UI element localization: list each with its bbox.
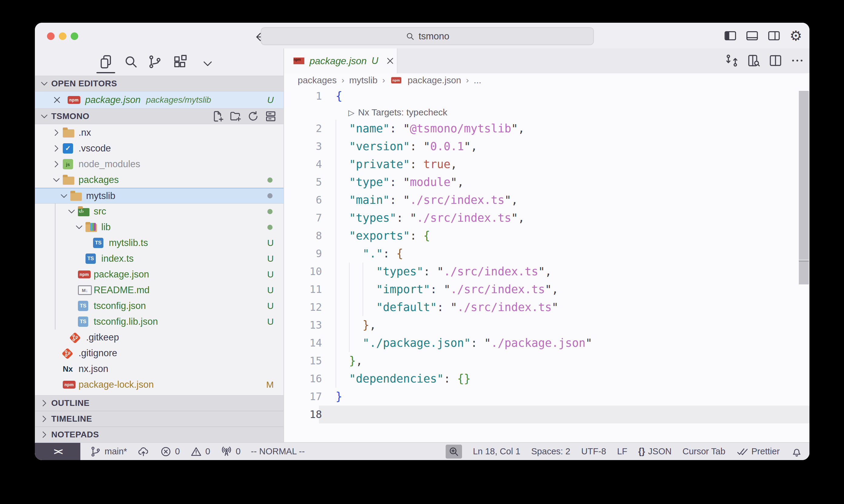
tree-item-label: .gitignore <box>79 348 117 359</box>
open-editor-filename: package.json <box>85 94 141 105</box>
chevron-down-icon[interactable] <box>65 206 78 217</box>
tree-item-tsconfig-lib-json[interactable]: TStsconfig.lib.jsonU <box>35 314 283 329</box>
code-text: "name": "@tsmono/mytslib", <box>335 120 525 138</box>
minimize-window-button[interactable] <box>59 32 66 40</box>
breadcrumb-item[interactable]: ... <box>474 75 481 85</box>
tree-item--nx[interactable]: .nx <box>35 125 283 141</box>
tree-item-package-lock-json[interactable]: npmpackage-lock.jsonM <box>35 377 283 393</box>
tree-item-node-modules[interactable]: jsnode_modules <box>35 156 283 172</box>
tree-item-tsconfig-json[interactable]: TStsconfig.jsonU <box>35 298 283 314</box>
chevron-right-icon[interactable] <box>50 143 63 154</box>
status-item-warning[interactable]: 0 <box>190 446 210 458</box>
close-icon[interactable] <box>385 56 395 66</box>
section-header-outline[interactable]: OUTLINE <box>35 395 283 411</box>
tree-item--gitkeep[interactable]: .gitkeep <box>35 329 283 345</box>
current-line-highlight <box>319 406 809 424</box>
tree-item-mytslib-ts[interactable]: TSmytslib.tsU <box>35 235 283 251</box>
tree-item-nx-json[interactable]: Nxnx.json <box>35 361 283 377</box>
tree-item--vscode[interactable]: ✓.vscode <box>35 141 283 156</box>
code-line-4: 4 "private": true, <box>284 156 809 173</box>
chevron-right-icon[interactable] <box>50 159 63 169</box>
command-center-search[interactable]: tsmono <box>261 27 594 45</box>
open-preview-icon[interactable] <box>746 53 761 68</box>
open-editor-item[interactable]: npm package.json packages/mytslib U <box>35 91 283 108</box>
chevron-down-icon[interactable] <box>73 222 86 232</box>
title-bar: tsmono ⚙ <box>35 23 809 49</box>
git-status-badge: U <box>267 301 274 311</box>
status-item[interactable]: Cursor Tab <box>683 447 725 456</box>
editor-scrollbar[interactable] <box>799 91 809 260</box>
more-actions-icon[interactable] <box>790 53 805 68</box>
status-item-zoom-in[interactable] <box>446 445 462 458</box>
settings-gear-icon[interactable]: ⚙ <box>789 29 803 43</box>
tree-item--gitignore[interactable]: .gitignore <box>35 345 283 361</box>
files-icon[interactable] <box>98 54 114 70</box>
status-item[interactable]: Ln 18, Col 1 <box>473 447 520 456</box>
chevron-down-icon[interactable] <box>201 56 214 71</box>
status-item-branch[interactable]: main* <box>89 446 127 458</box>
open-editors-section-header[interactable]: OPEN EDITORS <box>35 76 283 91</box>
chevron-spacer <box>57 332 70 343</box>
tab-package-json[interactable]: npm package.json U <box>284 49 397 73</box>
search-icon[interactable] <box>123 54 139 70</box>
remote-indicator[interactable]: >< <box>35 443 80 460</box>
tree-item-mytslib[interactable]: mytslib <box>35 188 283 203</box>
status-item[interactable]: LF <box>617 447 627 456</box>
refresh-icon[interactable] <box>246 110 260 123</box>
codelens-nx-targets[interactable]: ▷Nx Targets: typecheck <box>348 105 447 120</box>
status-item[interactable]: Spaces: 2 <box>531 447 570 456</box>
explorer-actions <box>211 110 277 123</box>
npm-icon: npm <box>68 96 80 104</box>
breadcrumb-item[interactable]: packages <box>298 75 337 85</box>
status-item-error[interactable]: 0 <box>160 446 180 458</box>
chevron-down-icon[interactable] <box>50 175 63 185</box>
collapse-all-icon[interactable] <box>264 110 277 123</box>
code-line-13: 13 }, <box>284 316 809 334</box>
toggle-secondary-sidebar-icon[interactable] <box>767 29 781 43</box>
status-item[interactable]: UTF-8 <box>581 447 606 456</box>
chevron-down-icon[interactable] <box>57 191 70 201</box>
tree-item-src[interactable]: src <box>35 203 283 219</box>
status-item-bell[interactable] <box>791 446 803 458</box>
line-number: 18 <box>284 406 322 424</box>
breadcrumb: packages›mytslib›npmpackage.json›... <box>284 73 809 87</box>
extensions-icon[interactable] <box>172 54 188 70</box>
breadcrumb-item[interactable]: mytslib <box>349 75 377 85</box>
git-icon <box>69 332 81 343</box>
zoom-in-icon <box>448 446 460 458</box>
source-control-icon[interactable] <box>147 54 163 70</box>
tree-item-package-json[interactable]: npmpackage.jsonU <box>35 267 283 282</box>
status-item[interactable]: -- NORMAL -- <box>251 447 305 456</box>
markdown-icon: M↓ <box>78 285 92 295</box>
close-window-button[interactable] <box>47 32 55 40</box>
compare-changes-icon[interactable] <box>725 53 739 68</box>
new-folder-icon[interactable] <box>229 110 242 123</box>
tree-item-label: node_modules <box>79 159 140 169</box>
split-editor-icon[interactable] <box>768 53 783 68</box>
explorer-section-header[interactable]: TSMONO <box>35 108 283 124</box>
chevron-right-icon[interactable] <box>50 127 63 138</box>
code-text: "version": "0.0.1", <box>335 138 478 156</box>
section-header-notepads[interactable]: NOTEPADS <box>35 427 283 443</box>
tree-item-index-ts[interactable]: TSindex.tsU <box>35 251 283 267</box>
code-line-11: 11 "import": "./src/index.ts", <box>284 281 809 298</box>
status-item-double-check[interactable]: Prettier <box>736 446 780 458</box>
section-header-timeline[interactable]: TIMELINE <box>35 411 283 427</box>
status-item-broadcast[interactable]: 0 <box>220 446 240 458</box>
tree-item-packages[interactable]: packages <box>35 172 283 188</box>
status-item-braces[interactable]: {}JSON <box>638 447 672 456</box>
status-item-cloud-upload[interactable] <box>137 446 150 458</box>
editor-group: npm package.json U packages›mytslib›npmp… <box>284 49 809 443</box>
new-file-icon[interactable] <box>211 110 225 123</box>
close-icon[interactable] <box>52 95 62 105</box>
toggle-panel-icon[interactable] <box>745 29 759 43</box>
status-bar: >< main*000-- NORMAL -- Ln 18, Col 1Spac… <box>35 442 809 460</box>
toggle-sidebar-icon[interactable] <box>723 29 737 43</box>
status-label: main* <box>105 447 127 456</box>
code-editor[interactable]: 1{▷Nx Targets: typecheck2 "name": "@tsmo… <box>284 87 809 443</box>
tree-item-readme-md[interactable]: M↓README.mdU <box>35 282 283 298</box>
zoom-window-button[interactable] <box>71 32 78 40</box>
editor-scrollbar-segment[interactable] <box>799 260 809 284</box>
breadcrumb-item[interactable]: package.json <box>408 75 461 85</box>
tree-item-lib[interactable]: lib <box>35 219 283 235</box>
